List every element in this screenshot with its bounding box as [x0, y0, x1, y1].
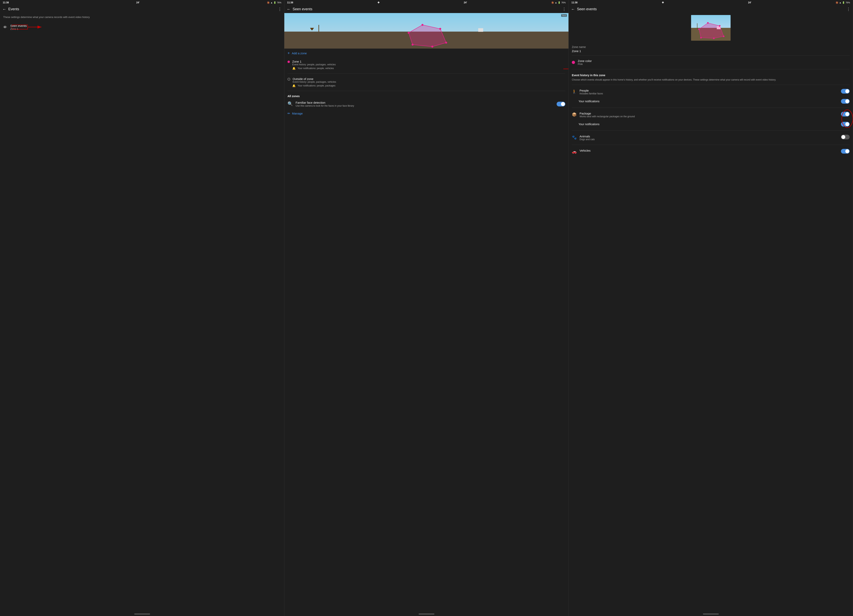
animals-toggle[interactable] — [841, 135, 850, 140]
package-sublabel: Works best with rectangular packages on … — [580, 115, 838, 118]
package-icon: 📦 — [572, 112, 577, 117]
description-text: These settings determine what your camer… — [0, 13, 284, 21]
zone-1-notif-text: Your notifications: people, vehicles — [297, 67, 334, 70]
battery-icon-1: 🔋 — [273, 2, 276, 4]
battery-pct-3: 76% — [846, 2, 850, 4]
toggle-familiar-face[interactable] — [557, 102, 565, 106]
zone-1-item[interactable]: Zone 1 Event history: people, packages, … — [284, 58, 568, 72]
seen-events-sublabel: Zone 1 — [10, 27, 27, 30]
people-sublabel: Includes familiar faces — [580, 92, 838, 95]
indicator-3: ✤ — [662, 1, 664, 4]
package-info: Package Works best with rectangular pack… — [580, 112, 838, 118]
zone-color-section: Zone color Pink — [569, 57, 853, 68]
time-2: 11:38 — [287, 1, 293, 4]
indicator-1: 24' — [136, 1, 140, 4]
package-notif-label: Your notifications — [572, 123, 600, 126]
seen-events-item[interactable]: 👁 Seen events Zone 1 — [0, 21, 284, 33]
bell-icon-1: 🔔 — [292, 67, 296, 70]
seen-events-text: Seen events Zone 1 — [10, 24, 27, 30]
back-button-3[interactable]: ← — [571, 7, 575, 11]
zone-1-history: Event history: people, packages, vehicle… — [292, 63, 335, 66]
people-label: People — [580, 89, 838, 92]
zone-svg-2 — [284, 13, 568, 49]
outside-zone-item[interactable]: Outside of zone Event history: people, p… — [284, 75, 568, 89]
svg-point-8 — [445, 42, 447, 44]
svg-point-4 — [412, 44, 414, 46]
person-icon: 🚶 — [572, 89, 577, 94]
mute-icon-1: 🔕 — [267, 2, 270, 4]
indicator-3b: 24' — [748, 1, 751, 4]
zone-svg-3 — [691, 15, 730, 41]
animals-row[interactable]: 🐾 Animals Dogs and cats — [569, 132, 853, 143]
panel-seen-events: 11:38 ✤ 24' 🔕 ▲ 🔋 76% ← Seen events ⋮ — [284, 0, 569, 616]
status-icons-2: 🔕 ▲ 🔋 76% — [551, 2, 566, 4]
more-button-2[interactable]: ⋮ — [562, 7, 566, 11]
status-bar-1: 11:38 24' 🔕 ▲ 🔋 76% — [0, 0, 284, 5]
svg-point-13 — [700, 37, 702, 38]
more-button-1[interactable]: ⋮ — [278, 7, 282, 11]
package-notif-toggle[interactable] — [841, 122, 850, 127]
people-notif-row[interactable]: Your notifications — [569, 97, 853, 106]
divider-animals — [572, 130, 850, 131]
outside-zone-title: Outside of zone — [293, 77, 336, 80]
people-toggle[interactable] — [841, 89, 850, 94]
animals-info: Animals Dogs and cats — [580, 135, 838, 141]
bottom-indicator-2 — [284, 612, 568, 616]
package-notif-row[interactable]: Your notifications — [569, 120, 853, 129]
vehicles-toggle[interactable] — [841, 149, 850, 153]
people-notif-label: Your notifications — [572, 100, 600, 103]
bottom-bar-2 — [419, 614, 434, 614]
zone-1-title: Zone 1 — [292, 60, 335, 63]
zone-color-value: Pink — [578, 62, 592, 65]
divider-people — [572, 85, 850, 85]
back-button-2[interactable]: ← — [287, 7, 291, 11]
svg-point-17 — [723, 35, 724, 37]
bottom-indicator-3 — [569, 612, 853, 616]
familiar-face-title: Familiar face detection — [296, 101, 354, 104]
manage-button[interactable]: ✏ Manage — [284, 109, 568, 117]
status-icons-1: 🔕 ▲ 🔋 76% — [267, 2, 281, 4]
page-title-2: Seen events — [293, 7, 562, 11]
svg-point-16 — [719, 25, 721, 27]
back-button-1[interactable]: ← — [2, 7, 6, 11]
package-row[interactable]: 📦 Package Works best with rectangular pa… — [569, 109, 853, 120]
zone-1-dot — [287, 61, 290, 63]
add-zone-button[interactable]: + Add a zone — [284, 49, 568, 58]
top-bar-3: ← Seen events ⋮ — [569, 5, 853, 13]
add-zone-label: Add a zone — [292, 52, 307, 55]
zone-name-value: Zone 1 — [572, 49, 850, 53]
package-section: 📦 Package Works best with rectangular pa… — [569, 109, 853, 129]
zone-name-label: Zone name — [572, 46, 850, 49]
svg-point-18 — [713, 38, 715, 39]
status-icons-3: 🔕 ▲ 🔋 76% — [836, 2, 850, 4]
color-dot — [572, 61, 575, 64]
status-bar-2: 11:38 ✤ 24' 🔕 ▲ 🔋 76% — [284, 0, 568, 5]
panel-events: 11:38 24' 🔕 ▲ 🔋 76% ← Events ⋮ These set… — [0, 0, 284, 616]
seen-events-label: Seen events — [10, 24, 27, 27]
battery-icon-3: 🔋 — [842, 2, 845, 4]
camera-image-2: Nest — [284, 13, 568, 49]
zone-1-notifications: 🔔 Your notifications: people, vehicles — [287, 67, 565, 70]
vehicles-row[interactable]: 🚗 Vehicles — [569, 147, 853, 156]
animals-label: Animals — [580, 135, 838, 138]
familiar-face-toggle[interactable] — [557, 102, 565, 106]
status-bar-3: 11:38 ✤ 24' 🔕 ▲ 🔋 76% — [569, 0, 853, 5]
more-button-3[interactable]: ⋮ — [847, 7, 850, 11]
page-title-1: Events — [8, 7, 278, 11]
zone-name-section: Zone name Zone 1 — [569, 42, 853, 54]
package-toggle[interactable] — [841, 112, 850, 117]
divider-package — [572, 108, 850, 108]
bell-icon-outside: 🔔 — [292, 84, 296, 87]
nest-label-2: Nest — [561, 14, 567, 17]
camera-image-3 — [691, 15, 730, 41]
svg-point-7 — [439, 28, 441, 30]
people-notif-toggle[interactable] — [841, 99, 850, 104]
event-history-section: Event history in this zone Choose which … — [569, 71, 853, 83]
svg-point-9 — [431, 46, 433, 48]
content-2: Nest + Add a zone Zone 1 Event history: … — [284, 13, 568, 612]
people-row[interactable]: 🚶 People Includes familiar faces — [569, 86, 853, 97]
familiar-face-item[interactable]: 🔍 Familiar face detection Use this camer… — [284, 99, 568, 109]
outside-circle-icon — [287, 78, 290, 80]
vehicles-info: Vehicles — [580, 149, 838, 152]
outside-zone-text: Outside of zone Event history: people, p… — [293, 77, 336, 83]
